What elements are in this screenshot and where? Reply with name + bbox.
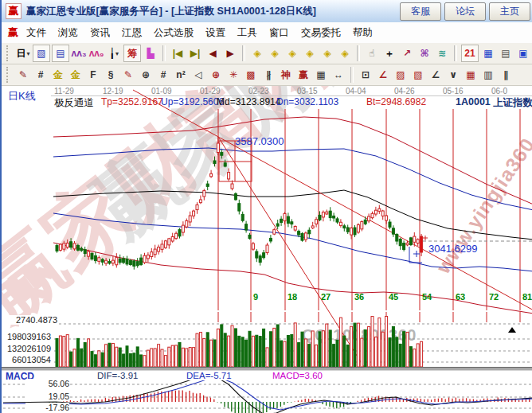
target-circle-icon[interactable]: ⊕	[207, 66, 225, 84]
go-first-icon[interactable]: |◀	[169, 45, 186, 62]
gann-diamond-3-icon[interactable]: ◈	[284, 45, 301, 62]
angle-line-icon[interactable]: ∠	[427, 66, 444, 84]
ying-grid-icon[interactable]: 赢	[295, 66, 312, 84]
menu-item-窗口[interactable]: 窗口	[269, 26, 289, 40]
menu-logo-icon: 赢	[8, 25, 18, 40]
parallel-lines-icon[interactable]: ∥	[497, 66, 514, 84]
symbol-code: 1A0001	[456, 96, 491, 107]
calendar-icon[interactable]: 21	[461, 45, 479, 62]
toolbar-separator	[357, 45, 360, 61]
angle-flag-icon[interactable]: ◁	[190, 66, 207, 84]
menu-bar: 赢 文件浏览资讯江恩公式选股设置工具窗口交易委托帮助	[2, 22, 532, 44]
menu-item-文件[interactable]: 文件	[26, 26, 46, 40]
zigzag-icon[interactable]: ∨	[444, 66, 462, 84]
service-button[interactable]: 客服	[400, 2, 441, 21]
menu-item-公式选股[interactable]: 公式选股	[154, 26, 194, 40]
k-marks-icon[interactable]: ∦	[260, 66, 277, 84]
width-tool-icon[interactable]: ↔	[330, 66, 347, 84]
spectrum-chart-icon[interactable]: ▙	[142, 45, 159, 62]
gann-number: 9	[253, 292, 258, 302]
volume-scale-label: 198039163	[5, 332, 51, 341]
macd-scale-label: 19.05	[25, 392, 69, 401]
toolbar-drawing: ✎#金金F§✎⊕#n²◁⊕✳▩∦神赢▦↔⊡∠▨▧∠∨▦▥∥	[2, 64, 532, 86]
hand-tool-icon[interactable]: ☝	[363, 45, 381, 62]
price-floor-label: 2740.4873	[5, 315, 57, 325]
last-price-label: 3041.6299	[428, 243, 477, 255]
step-forward-icon[interactable]: ▶	[221, 45, 239, 62]
toolbar-separator	[162, 45, 166, 61]
fence-tool-icon[interactable]: #	[32, 66, 49, 84]
chart-pane[interactable]: 赢家财富网 赢家财富网 www.yingjia360.com QQ:100800…	[2, 86, 532, 413]
gann-diamond-6-icon[interactable]: ◈	[336, 45, 354, 62]
menu-item-交易委托[interactable]: 交易委托	[301, 26, 341, 40]
gann-diamond-2-icon[interactable]: ◈	[266, 45, 284, 62]
ribbon-tool-icon[interactable]: ⌘	[416, 45, 433, 62]
grid-tool-icon[interactable]: ▦	[462, 66, 479, 84]
gann-number: 18	[288, 292, 297, 302]
date-tick: 01-29	[200, 87, 221, 95]
menu-item-资讯[interactable]: 资讯	[90, 26, 110, 40]
menu-item-浏览[interactable]: 浏览	[58, 26, 78, 40]
spiral-tool-icon[interactable]: §	[102, 66, 119, 84]
trendline-tool-icon[interactable]: ↗	[398, 45, 416, 62]
macd-macd-value: MACD=3.60	[272, 371, 323, 380]
go-last-icon[interactable]: ▶|	[186, 45, 204, 62]
channel-value: Tp=3252.9167	[101, 96, 163, 107]
gann-diamond-4-icon[interactable]: ◈	[301, 45, 319, 62]
gann-number: 36	[354, 292, 364, 302]
home-button[interactable]: 主页	[489, 2, 530, 21]
grid-axis-icon[interactable]: ▥	[479, 66, 497, 84]
brand-watermark-pink: 赢家财富网	[2, 86, 354, 345]
kline-tab-label: 日K线	[8, 89, 36, 103]
menu-item-工具[interactable]: 工具	[237, 26, 257, 40]
compass-tool-icon[interactable]: ⊕	[137, 66, 155, 84]
menu-items: 文件浏览资讯江恩公式选股设置工具窗口交易委托帮助	[26, 26, 385, 40]
wave-3-icon[interactable]: ʌʌ₃	[70, 45, 88, 62]
multiline-tool-icon[interactable]: ≋	[433, 45, 451, 62]
pen-tool-icon[interactable]: ✎	[14, 66, 32, 84]
symbol-name: 上证指数	[493, 96, 532, 110]
gann-number: 45	[389, 292, 398, 302]
title-bar: 赢 赢家江恩专业版[赢家服务平台] - [上证指数 SH1A0001-128日K…	[2, 0, 532, 23]
star-burst-icon[interactable]: ✳	[225, 66, 242, 84]
gann-square-icon[interactable]: ▧	[409, 66, 427, 84]
double-fence-icon[interactable]: #	[155, 66, 172, 84]
f-fence-icon[interactable]: F	[84, 66, 102, 84]
gann-diamond-1-icon[interactable]: ◈	[248, 45, 266, 62]
peak-price-label: 3587.0300	[235, 135, 284, 147]
menu-item-设置[interactable]: 设置	[205, 26, 225, 40]
calculator-icon[interactable]: ▦	[479, 45, 497, 62]
save-icon[interactable]: ▣	[514, 45, 532, 62]
grid-123-icon[interactable]: ▦	[312, 66, 330, 84]
candle-style-icon[interactable]: ╽▾	[105, 45, 123, 62]
wave-9-icon[interactable]: ʌʌ₉	[88, 45, 105, 62]
shen-grid-icon[interactable]: 神	[277, 66, 295, 84]
box-tool-icon[interactable]: ⊡	[357, 66, 374, 84]
n-squared-icon[interactable]: n²	[172, 66, 190, 84]
date-tick: 04-04	[346, 87, 366, 95]
menu-item-江恩[interactable]: 江恩	[122, 26, 142, 40]
marker-pen-icon[interactable]: ✎	[119, 66, 137, 84]
period-selector-icon[interactable]: 日▾	[14, 45, 32, 62]
chip-distribution-icon[interactable]: 筹	[123, 45, 141, 62]
macd-scale-label: -17.96	[25, 403, 69, 412]
date-tick: 05-16	[443, 87, 464, 95]
forum-button[interactable]: 论坛	[444, 2, 486, 21]
gann-box-icon[interactable]: ▨	[392, 66, 409, 84]
step-back-icon[interactable]: ◀	[204, 45, 221, 62]
gann-fan-icon[interactable]: ∠	[374, 66, 392, 84]
channel-value: Bt=2948.6982	[366, 96, 426, 107]
boxed-star-icon[interactable]: ▩	[242, 66, 260, 84]
gann-diamond-5-icon[interactable]: ◈	[319, 45, 336, 62]
info-list-icon[interactable]: ▤	[52, 45, 69, 62]
date-tick: 12-19	[103, 87, 123, 95]
crosshair-tool-icon[interactable]: ＋	[381, 45, 398, 62]
gold-fence-2-icon[interactable]: 金	[67, 66, 84, 84]
gann-number: 72	[489, 292, 499, 302]
date-tick: 11-29	[54, 87, 74, 95]
menu-item-帮助[interactable]: 帮助	[353, 26, 373, 40]
gold-fence-1-icon[interactable]: 金	[49, 66, 67, 84]
toolbar-main: 日▾▧▤ʌʌ₃ʌʌ₉╽▾筹▙|◀▶|◀▶◈◈◈◈◈◈☝＋↗⌘≋21▦▤▣	[2, 43, 532, 64]
overview-chart-icon[interactable]: ▧	[33, 45, 50, 62]
notepad-icon[interactable]: ▤	[497, 45, 514, 62]
